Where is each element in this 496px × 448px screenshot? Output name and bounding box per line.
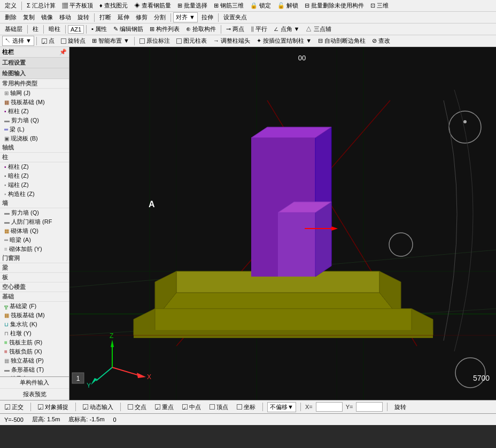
btn-midpoint[interactable]: 重点 [152, 402, 176, 412]
frame-col-icon: ▪ [4, 108, 6, 114]
sidebar-section-draw[interactable]: 绘图输入 [0, 68, 69, 79]
sidebar-item-axis[interactable]: ⊞ 轴网 (J) [0, 89, 69, 98]
btn-batch-select[interactable]: ⊞ 批量选择 [175, 1, 210, 11]
sidebar-item-raft2[interactable]: ▦ 筏板基础 (M) [0, 311, 69, 320]
sidebar-item-raft-found[interactable]: ▦ 筏板基础 (M) [0, 98, 69, 107]
btn-rotate[interactable]: 旋转 [75, 12, 92, 22]
btn-vertex[interactable]: 顶点 [207, 402, 231, 412]
btn-edit-rebar[interactable]: ✎ 编辑钢筋 [111, 24, 146, 34]
sidebar-door-section: 门窗洞 [0, 254, 69, 263]
sidebar-item-col-ped[interactable]: ⊓ 柱墩 (Y) [0, 329, 69, 338]
btn-rotate[interactable]: 旋转 [392, 402, 409, 412]
dark-col-icon: ▪ [4, 173, 6, 179]
btn-sum[interactable]: Σ 汇总计算 [24, 1, 58, 11]
btn-find[interactable]: ♦ 查找图元 [97, 1, 130, 11]
btn-rotate-point[interactable]: 旋转点 [58, 36, 88, 46]
btn-auto-cut-corner[interactable]: ⊟ 自动剖断边角柱 [315, 36, 368, 46]
btn-in-situ-label[interactable]: 原位标注 [137, 36, 173, 46]
btn-flat-top[interactable]: ▦ 平齐板顶 [59, 1, 96, 11]
sidebar-item-label: 暗柱 (Z) [8, 172, 29, 180]
sidebar-axis-section: 轴线 [0, 143, 69, 153]
sidebar-item-frame-col[interactable]: ▪ 框柱 (Z) [0, 107, 69, 116]
btn-break[interactable]: 打断 [97, 12, 114, 22]
btn-move[interactable]: 移动 [57, 12, 74, 22]
btn-lock[interactable]: 🔒 锁定 [247, 1, 274, 11]
btn-3d[interactable]: ⊡ 三维 [368, 1, 391, 11]
btn-trim[interactable]: 修剪 [133, 12, 150, 22]
btn-adjust-col-end[interactable]: → 调整柱端头 [211, 36, 253, 46]
sidebar-item-frame-col2[interactable]: ▪ 框柱 (Z) [0, 162, 69, 171]
found-beam-icon: ╦ [4, 303, 8, 309]
sidebar-item-ind-found[interactable]: ▦ 独立基础 (P) [0, 356, 69, 365]
sidebar-item-label: 柱墩 (Y) [10, 329, 32, 337]
btn-split[interactable]: 分割 [151, 12, 168, 22]
btn-orthogonal[interactable]: 正交 [2, 402, 26, 412]
sidebar-item-brick-wall[interactable]: ▦ 砌体墙 (Q) [0, 226, 69, 235]
btn-unlock[interactable]: 🔓 解锁 [275, 1, 301, 11]
y-input[interactable] [356, 402, 383, 412]
toolbar-row4: ↖ 选择 ▼ 点 旋转点 ⊞ 智能布置 ▼ 原位标注 图元柱表 → 调整柱端头 … [0, 35, 496, 47]
sidebar-item-shear-wall2[interactable]: ▬ 剪力墙 (Q) [0, 208, 69, 217]
sidebar-item-raft-main-bar[interactable]: ≡ 筏板主筋 (R) [0, 338, 69, 347]
btn-three-point[interactable]: △ 三点辅 [303, 24, 334, 34]
viewport[interactable]: A 00 1 5700 Z X Y [69, 47, 496, 400]
btn-rebar-3d[interactable]: ⊞ 钢筋三维 [211, 1, 246, 11]
btn-place-col[interactable]: ✦ 按插位置结制柱 ▼ [254, 36, 314, 46]
sidebar-item-rf-wall[interactable]: ▬ 人防门框墙 (RF [0, 217, 69, 226]
btn-no-offset[interactable]: 不偏移▼ [267, 402, 296, 412]
btn-point[interactable]: 点 [39, 36, 57, 46]
sep5 [27, 25, 28, 34]
btn-center[interactable]: 中点 [180, 402, 204, 412]
btn-batch-delete[interactable]: ⊟ 批量删除未使用构件 [302, 1, 367, 11]
sidebar-item-dark-beam[interactable]: ═ 暗梁 (A) [0, 235, 69, 245]
btn-delete[interactable]: 删除 [2, 12, 19, 22]
btn-dynamic-input[interactable]: 动态输入 [80, 402, 116, 412]
sidebar-bottom: 单构件输入 报表预览 [0, 376, 69, 400]
btn-two-point[interactable]: ⊸ 两点 [223, 24, 247, 34]
btn-col-table[interactable]: 图元柱表 [174, 36, 210, 46]
sidebar-item-pit[interactable]: ⊔ 集水坑 (K) [0, 320, 69, 329]
sidebar-item-strip-found[interactable]: ▬ 条形基础 (T) [0, 365, 69, 374]
sidebar-pin[interactable]: 📌 [59, 49, 67, 56]
btn-parallel[interactable]: ∥ 平行 [248, 24, 270, 34]
cast-slab-icon: ▣ [4, 136, 9, 142]
sep-status5 [300, 403, 301, 411]
btn-point-angle[interactable]: ∠ 点角 ▼ [271, 24, 302, 34]
sidebar-item-label: 轴网 (J) [10, 89, 30, 97]
sidebar-item-shear-wall[interactable]: ▬ 剪力墙 (Q) [0, 116, 69, 125]
sidebar-item-label: 基础梁 (F) [10, 302, 36, 310]
btn-smart-layout[interactable]: ⊞ 智能布置 ▼ [89, 36, 132, 46]
sidebar-item-cast-slab[interactable]: ▣ 现浇板 (B) [0, 134, 69, 143]
btn-set-grip[interactable]: 设置夹点 [221, 12, 250, 22]
btn-mirror[interactable]: 镜像 [38, 12, 56, 22]
x-input[interactable] [316, 402, 343, 412]
btn-view-rebar[interactable]: ◈ 查看钢筋量 [131, 1, 174, 11]
cross-label: 交点 [135, 403, 146, 411]
sidebar-item-raft-neg-bar[interactable]: ≡ 筏板负筋 (X) [0, 347, 69, 356]
sidebar-item-beam[interactable]: ═ 梁 (L) [0, 125, 69, 134]
btn-single-element[interactable]: 单构件输入 [0, 377, 69, 389]
btn-extend[interactable]: 延伸 [115, 12, 132, 22]
sidebar-section-setup[interactable]: 工程设置 [0, 58, 69, 68]
btn-align[interactable]: 对齐 ▼ [173, 12, 198, 22]
sidebar-item-brick-bar[interactable]: ≡ 砌体加筋 (Y) [0, 245, 69, 254]
sidebar-item-struct-col[interactable]: ▪ 构造柱 (Z) [0, 190, 69, 199]
sidebar-item-found-beam[interactable]: ╦ 基础梁 (F) [0, 302, 69, 311]
sidebar-item-end-col[interactable]: ▪ 端柱 (Z) [0, 180, 69, 190]
btn-stretch[interactable]: 拉伸 [199, 12, 216, 22]
center-label: 中点 [189, 403, 201, 411]
btn-property[interactable]: ▪ 属性 [89, 24, 110, 34]
sidebar-item-dark-col[interactable]: ▪ 暗柱 (Z) [0, 171, 69, 180]
sidebar-item-label: 框柱 (Z) [8, 107, 29, 115]
btn-cross[interactable]: 交点 [125, 402, 149, 412]
btn-pick-element[interactable]: ⊕ 拾取构件 [183, 24, 219, 34]
btn-element-list[interactable]: ⊞ 构件列表 [147, 24, 182, 34]
btn-define[interactable]: 定义 [2, 1, 19, 11]
btn-copy[interactable]: 复制 [20, 12, 37, 22]
btn-report-preview[interactable]: 报表预览 [0, 389, 69, 400]
az1-dropdown[interactable]: AZ1 [68, 25, 84, 34]
btn-select[interactable]: ↖ 选择 ▼ [2, 36, 34, 46]
btn-check[interactable]: ⊘ 查改 [369, 36, 393, 46]
btn-snap[interactable]: 对象捕捉 [35, 402, 71, 412]
btn-coord[interactable]: 坐标 [234, 402, 258, 412]
